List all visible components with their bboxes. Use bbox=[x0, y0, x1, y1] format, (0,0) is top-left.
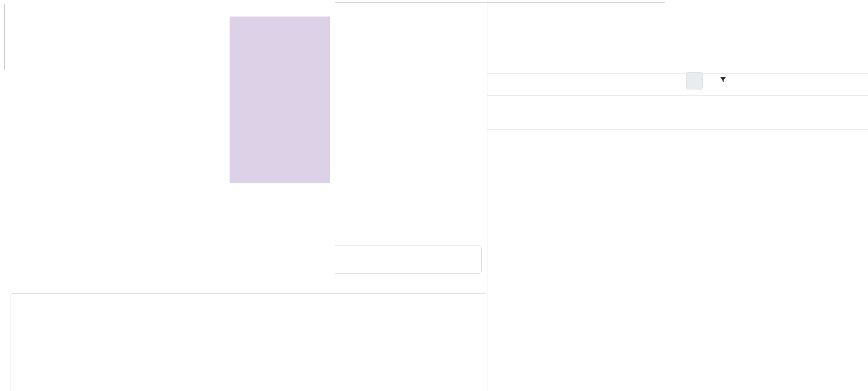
divider bbox=[487, 73, 868, 74]
divider bbox=[487, 129, 868, 130]
filter-icon[interactable] bbox=[720, 77, 726, 83]
floorplan-panel bbox=[0, 0, 335, 278]
sensor-config-panel bbox=[487, 0, 868, 391]
divider bbox=[487, 95, 868, 96]
dashboard-screen bbox=[0, 0, 868, 391]
charts-grid bbox=[335, 3, 665, 3]
records-table bbox=[10, 293, 488, 391]
page-button-active[interactable] bbox=[686, 72, 703, 89]
sensor-legend bbox=[230, 17, 330, 183]
